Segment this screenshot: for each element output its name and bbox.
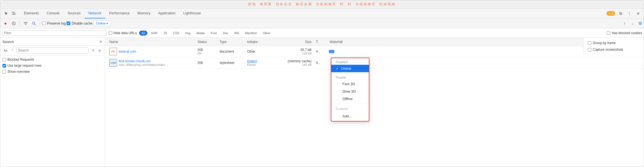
close-icon[interactable]: ✕: [635, 10, 642, 17]
header-status[interactable]: Status: [195, 40, 217, 44]
large-request-rows-checkbox[interactable]: [2, 64, 6, 68]
refresh-search-button[interactable]: ↺: [90, 47, 96, 53]
show-overview-option[interactable]: Show overview: [2, 70, 102, 74]
record-button[interactable]: ●: [2, 20, 9, 27]
table-row[interactable]: </> www.jd.com 200 OK document Ot: [105, 46, 644, 57]
svg-rect-0: [12, 12, 14, 15]
search-toggle-button[interactable]: [30, 20, 37, 27]
hide-data-urls-checkbox[interactable]: [109, 31, 112, 35]
filter-toggle-button[interactable]: [22, 20, 29, 27]
filter-tag-ws[interactable]: WS: [232, 31, 242, 36]
throttle-button[interactable]: Online ▾: [94, 21, 111, 26]
network-toolbar: ● Preserve log Disable cache Online ▾ ↑ …: [0, 18, 644, 28]
preserve-log-label[interactable]: Preserve log: [42, 21, 66, 25]
search-input[interactable]: [16, 47, 89, 53]
settings-icon[interactable]: ⚙: [617, 10, 624, 17]
search-input-row: Aa .* ↺ ⊘: [0, 46, 105, 55]
search-close-button[interactable]: ✕: [99, 39, 102, 44]
dropdown-custom-section: Custom: [331, 105, 369, 112]
header-initiator[interactable]: Initiator: [245, 40, 278, 44]
warning-badge[interactable]: ⚠ 8: [607, 11, 615, 16]
tab-performance[interactable]: Performance: [105, 9, 133, 18]
capture-screenshots-option[interactable]: Capture screenshots: [588, 48, 639, 52]
toolbar-sep-1: [20, 21, 20, 26]
html-icon: </>: [109, 48, 117, 55]
clear-search-button[interactable]: ⊘: [96, 47, 102, 53]
capture-screenshots-checkbox[interactable]: [588, 48, 591, 52]
large-request-rows-option[interactable]: Use large request rows: [2, 64, 102, 68]
device-toolbar-icon[interactable]: [10, 10, 17, 17]
tab-lighthouse[interactable]: Lighthouse: [179, 9, 205, 18]
svg-point-4: [33, 22, 35, 24]
warning-count: 8: [612, 12, 613, 15]
filter-tag-xhr[interactable]: XHR: [148, 31, 160, 36]
disable-cache-checkbox[interactable]: [67, 21, 70, 25]
filter-tag-css[interactable]: CSS: [171, 31, 182, 36]
tab-application[interactable]: Application: [154, 9, 180, 18]
dropdown-disabled-section: Disabled: [331, 59, 369, 65]
network-settings-icon[interactable]: ⚙: [638, 21, 642, 26]
devtools-window: 抓包 使用量 别名会员 购买金额 当前购物车 到 到 当前购物车 到余钱购 El…: [0, 0, 644, 167]
webpage-text: 抓包 使用量 别名会员 购买金额 当前购物车 到 到 当前购物车 到余钱购: [248, 2, 396, 7]
search-header: Search ✕: [0, 38, 105, 46]
filter-tag-other[interactable]: Other: [260, 31, 273, 36]
dropdown-item-online[interactable]: ✓ Online: [331, 65, 369, 72]
dropdown-item-add[interactable]: Add...: [331, 112, 369, 120]
clear-button[interactable]: [10, 20, 17, 27]
filter-tag-js[interactable]: JS: [161, 31, 169, 36]
import-export-area: ↑ ↓: [621, 20, 636, 27]
filter-right-options: Has blocked cookies: [607, 31, 642, 35]
network-panel: Name Status Type Initiator Size: [105, 38, 644, 167]
search-action-buttons: ↺ ⊘: [90, 47, 102, 53]
filter-input[interactable]: [4, 31, 105, 35]
regex-button[interactable]: .*: [9, 47, 15, 53]
has-blocked-cookies-checkbox[interactable]: [607, 31, 610, 35]
header-name[interactable]: Name: [107, 40, 195, 44]
tab-network[interactable]: Network: [85, 9, 105, 18]
left-options: Blocked Requests Use large request rows …: [0, 55, 105, 76]
dropdown-item-offline[interactable]: Offline: [331, 95, 369, 103]
row-1-initiator: Other: [245, 50, 278, 53]
header-type[interactable]: Type: [217, 40, 245, 44]
dropdown-divider-2: [331, 104, 369, 104]
filter-tag-img[interactable]: Img: [183, 31, 193, 36]
tab-elements[interactable]: Elements: [20, 9, 43, 18]
row-2-initiator-link[interactable]: (index): [247, 59, 276, 63]
tab-memory[interactable]: Memory: [134, 9, 154, 18]
tabs-row: Elements Console Sources Network Perform…: [0, 9, 644, 18]
disable-cache-label[interactable]: Disable cache: [67, 21, 92, 25]
dropdown-divider-1: [331, 73, 369, 74]
group-by-frame-checkbox[interactable]: [588, 41, 591, 45]
filter-tag-doc[interactable]: Doc: [220, 31, 231, 36]
filter-tag-manifest[interactable]: Manifest: [243, 31, 259, 36]
filter-tag-all[interactable]: All: [139, 31, 147, 36]
match-case-button[interactable]: Aa: [2, 47, 9, 53]
group-by-frame-option[interactable]: Group by frame: [588, 41, 639, 45]
upload-button[interactable]: ↑: [621, 20, 628, 27]
header-time[interactable]: T.: [314, 40, 328, 44]
dropdown-item-slow3g[interactable]: Slow 3G: [331, 88, 369, 95]
more-icon[interactable]: ⋮: [626, 10, 633, 17]
blocked-requests-checkbox[interactable]: [2, 58, 6, 61]
hide-data-urls-label[interactable]: Hide data URLs: [109, 31, 137, 35]
row-2-status: 200: [195, 61, 217, 65]
row-2-name-wrap: first-screen.chunk.css misc.360buyimg.co…: [119, 59, 197, 66]
tab-sources[interactable]: Sources: [64, 9, 85, 18]
tab-console[interactable]: Console: [43, 9, 64, 18]
filter-tag-font[interactable]: Font: [208, 31, 219, 36]
header-size[interactable]: Size: [278, 40, 314, 44]
right-options-panel: Group by frame Capture screenshots: [583, 38, 644, 55]
svg-line-3: [13, 23, 15, 24]
blocked-requests-option[interactable]: Blocked Requests: [2, 58, 102, 61]
table-row[interactable]: CSS first-screen.chunk.css misc.360buyim…: [105, 57, 644, 69]
webpage-preview-bar: 抓包 使用量 别名会员 购买金额 当前购物车 到 到 当前购物车 到余钱购: [0, 0, 644, 9]
filter-tag-media[interactable]: Media: [194, 31, 207, 36]
download-button[interactable]: ↓: [629, 20, 636, 27]
dropdown-item-fast3g[interactable]: Fast 3G: [331, 80, 369, 88]
has-blocked-cookies-label[interactable]: Has blocked cookies: [607, 31, 642, 35]
cursor-icon[interactable]: [2, 10, 9, 17]
table-header: Name Status Type Initiator Size: [105, 38, 644, 46]
show-overview-checkbox[interactable]: [2, 70, 6, 74]
row-2-size: (memory cache) 145 kB: [278, 59, 314, 66]
preserve-log-checkbox[interactable]: [42, 21, 46, 25]
